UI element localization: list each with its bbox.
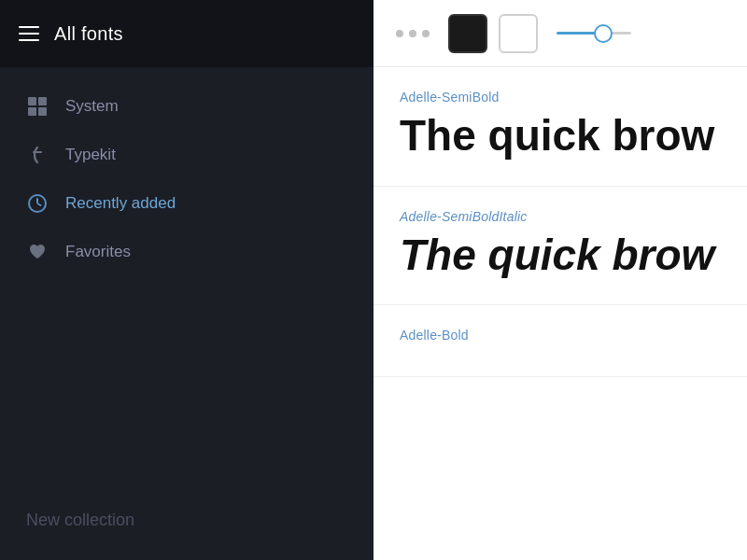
sidebar-item-typekit[interactable]: Typekit — [0, 131, 374, 179]
sidebar-nav: System Typekit Recently added — [0, 67, 374, 492]
clock-icon — [26, 192, 49, 215]
menu-icon[interactable] — [19, 26, 39, 41]
font-item-adelle-semibold: Adelle-SemiBold The quick brow — [374, 67, 747, 187]
sidebar-item-typekit-label: Typekit — [65, 146, 116, 164]
font-name-adelle-semibold: Adelle-SemiBold — [400, 90, 721, 105]
font-list: Adelle-SemiBold The quick brow Adelle-Se… — [374, 67, 747, 560]
sidebar-header: All fonts — [0, 0, 374, 67]
font-preview-adelle-semibolditalic: The quick brow — [400, 231, 721, 279]
dark-color-swatch[interactable] — [448, 14, 487, 53]
sidebar: All fonts System Typekit — [0, 0, 374, 560]
more-options-icon[interactable] — [396, 30, 430, 37]
font-size-slider[interactable] — [557, 32, 631, 35]
sidebar-item-recently-added[interactable]: Recently added — [0, 179, 374, 228]
sidebar-item-system[interactable]: System — [0, 82, 374, 131]
sidebar-item-favorites-label: Favorites — [65, 243, 131, 261]
font-item-adelle-bold: Adelle-Bold — [374, 305, 747, 377]
font-item-adelle-semibolditalic: Adelle-SemiBoldItalic The quick brow — [374, 187, 747, 306]
main-content: Adelle-SemiBold The quick brow Adelle-Se… — [374, 0, 747, 560]
light-color-swatch[interactable] — [499, 14, 538, 53]
sidebar-item-system-label: System — [65, 97, 119, 116]
system-grid-icon — [26, 95, 49, 118]
heart-icon — [26, 241, 49, 263]
font-name-adelle-bold: Adelle-Bold — [400, 328, 721, 343]
font-preview-adelle-semibold: The quick brow — [400, 112, 721, 160]
toolbar — [374, 0, 747, 67]
typekit-icon — [26, 144, 49, 166]
sidebar-item-favorites[interactable]: Favorites — [0, 228, 374, 276]
font-name-adelle-semibolditalic: Adelle-SemiBoldItalic — [400, 209, 721, 224]
sidebar-item-recently-added-label: Recently added — [65, 194, 176, 213]
new-collection-button[interactable]: New collection — [0, 492, 374, 560]
sidebar-title: All fonts — [54, 23, 123, 45]
